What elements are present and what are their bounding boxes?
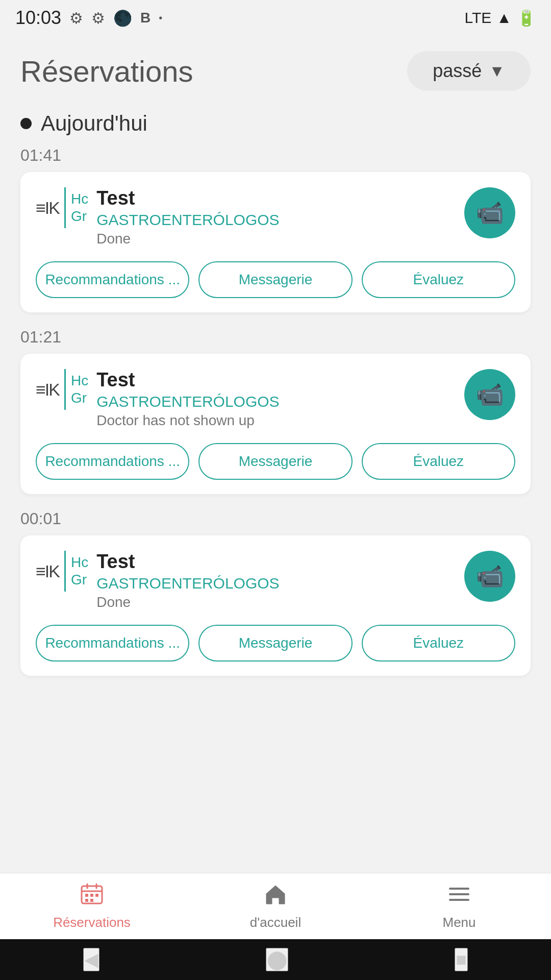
nav-item-reservations[interactable]: Réservations [0,883,184,930]
android-back-button[interactable]: ◀ [83,948,99,971]
svg-rect-8 [90,899,93,902]
card-top-3: ≡IK Hc Gr Test GASTROENTERÓLOGOS Done 📹 [36,551,515,610]
logo-right-text-3: Hc Gr [71,554,88,588]
card-top-2: ≡IK Hc Gr Test GASTROENTERÓLOGOS Doctor … [36,369,515,429]
nav-label-menu: Menu [442,915,475,930]
card-info-2: Test GASTROENTERÓLOGOS Doctor has not sh… [88,369,464,429]
logo-divider-1 [64,187,66,228]
doctor-name-1: Test [96,187,464,209]
menu-icon [447,883,471,912]
svg-rect-7 [85,899,88,902]
filter-dropdown[interactable]: passé ▼ [407,51,531,91]
nav-item-home[interactable]: d'accueil [184,883,367,930]
video-icon-3: 📹 [476,563,504,590]
svg-rect-5 [90,894,93,897]
video-call-button-3[interactable]: 📹 [464,551,515,602]
messaging-button-1[interactable]: Messagerie [198,261,352,298]
card-actions-2: Recommandations ... Messagerie Évaluez [36,443,515,480]
logo-left-text-3: ≡IK [36,562,59,580]
android-navigation-bar: ◀ ⬤ ■ [0,939,551,980]
nav-item-menu[interactable]: Menu [367,883,551,930]
appointment-status-3: Done [96,594,464,610]
logo-right-text-1: Hc Gr [71,190,88,225]
status-bar: 10:03 ⚙ ⚙ 🌑 B • LTE ▲ 🔋 [0,0,551,36]
messaging-button-3[interactable]: Messagerie [198,625,352,662]
section-title: Aujourd'hui [41,111,147,136]
nav-label-reservations: Réservations [53,915,131,930]
dropdown-label: passé [433,60,482,82]
logo-left-text-1: ≡IK [36,199,59,216]
video-call-button-1[interactable]: 📹 [464,187,515,238]
android-recents-button[interactable]: ■ [455,948,468,971]
evaluate-button-1[interactable]: Évaluez [362,261,515,298]
home-icon [264,883,287,912]
bold-icon: B [140,10,151,26]
page-title: Réservations [20,54,193,88]
reservation-card-3: ≡IK Hc Gr Test GASTROENTERÓLOGOS Done 📹 [20,535,531,676]
recommendations-button-1[interactable]: Recommandations ... [36,261,189,298]
video-icon-2: 📹 [476,381,504,408]
card-section-1: 01:41 ≡IK Hc Gr Test GASTROENTERÓLOGOS D… [20,146,531,312]
card-info-1: Test GASTROENTERÓLOGOS Done [88,187,464,247]
clinic-logo-2: ≡IK Hc Gr [36,369,88,410]
status-right: LTE ▲ 🔋 [465,9,536,27]
time-label-1: 01:41 [20,146,531,165]
svg-rect-6 [95,894,98,897]
time-label-3: 00:01 [20,509,531,528]
android-home-button[interactable]: ⬤ [266,948,288,971]
evaluate-button-2[interactable]: Évaluez [362,443,515,480]
card-section-3: 00:01 ≡IK Hc Gr Test GASTROENTERÓLOGOS D… [20,509,531,676]
pac-man-icon: 🌑 [113,9,132,27]
reservation-card-1: ≡IK Hc Gr Test GASTROENTERÓLOGOS Done 📹 [20,172,531,312]
appointment-status-2: Doctor has not shown up [96,412,464,429]
logo-left-text-2: ≡IK [36,381,59,398]
evaluate-button-3[interactable]: Évaluez [362,625,515,662]
recommendations-button-2[interactable]: Recommandations ... [36,443,189,480]
logo-divider-3 [64,551,66,592]
specialty-3: GASTROENTERÓLOGOS [96,575,464,592]
main-content: Aujourd'hui 01:41 ≡IK Hc Gr Test GASTROE… [0,101,551,873]
recommendations-button-3[interactable]: Recommandations ... [36,625,189,662]
doctor-name-3: Test [96,551,464,573]
logo-right-text-2: Hc Gr [71,372,88,406]
chevron-down-icon: ▼ [489,62,505,81]
doctor-name-2: Test [96,369,464,391]
messaging-button-2[interactable]: Messagerie [198,443,352,480]
status-left: 10:03 ⚙ ⚙ 🌑 B • [15,7,162,29]
time-label-2: 01:21 [20,328,531,347]
signal-icon: ▲ [496,9,512,27]
settings-icon-1: ⚙ [69,9,83,27]
clinic-logo-1: ≡IK Hc Gr [36,187,88,228]
status-time: 10:03 [15,7,61,29]
lte-label: LTE [465,9,492,27]
specialty-1: GASTROENTERÓLOGOS [96,211,464,229]
appointment-status-1: Done [96,231,464,247]
card-section-2: 01:21 ≡IK Hc Gr Test GASTROENTERÓLOGOS D… [20,328,531,494]
clinic-logo-3: ≡IK Hc Gr [36,551,88,592]
specialty-2: GASTROENTERÓLOGOS [96,393,464,410]
calendar-icon [80,883,104,912]
nav-label-home: d'accueil [250,915,301,930]
header: Réservations passé ▼ [0,36,551,101]
video-call-button-2[interactable]: 📹 [464,369,515,420]
logo-divider-2 [64,369,66,410]
bottom-navigation: Réservations d'accueil Menu [0,873,551,939]
card-actions-3: Recommandations ... Messagerie Évaluez [36,625,515,662]
section-heading: Aujourd'hui [20,111,531,136]
battery-icon: 🔋 [517,9,536,27]
reservation-card-2: ≡IK Hc Gr Test GASTROENTERÓLOGOS Doctor … [20,354,531,494]
svg-rect-4 [85,894,88,897]
settings-icon-2: ⚙ [91,9,105,27]
section-dot [20,118,32,129]
card-actions-1: Recommandations ... Messagerie Évaluez [36,261,515,298]
dot-icon: • [159,12,162,24]
card-top-1: ≡IK Hc Gr Test GASTROENTERÓLOGOS Done 📹 [36,187,515,247]
video-icon-1: 📹 [476,200,504,226]
card-info-3: Test GASTROENTERÓLOGOS Done [88,551,464,610]
